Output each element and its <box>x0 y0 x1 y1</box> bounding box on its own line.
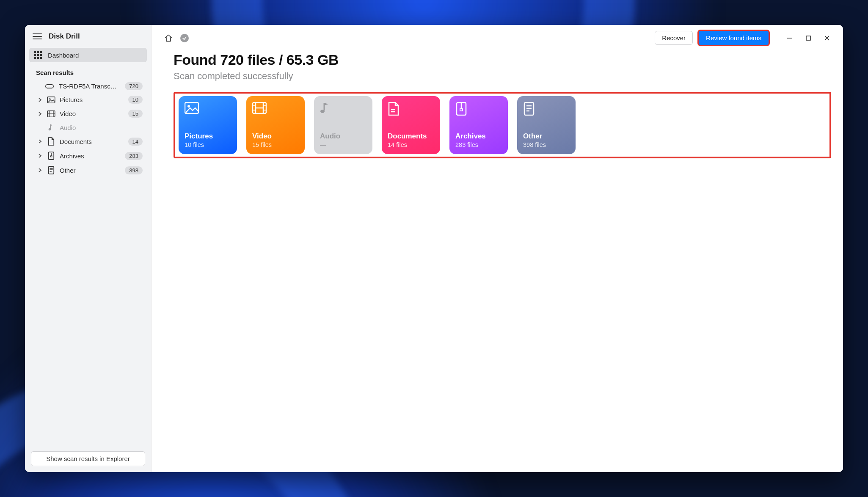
category-card-other[interactable]: Other 398 files <box>517 96 576 154</box>
svg-point-37 <box>320 110 325 113</box>
category-cards-group: Pictures 10 files Video 15 files <box>174 92 831 158</box>
music-note-icon <box>320 102 333 116</box>
category-card-video[interactable]: Video 15 files <box>246 96 305 154</box>
image-icon <box>47 97 55 103</box>
svg-rect-1 <box>37 51 39 53</box>
sidebar-item-documents[interactable]: Documents 14 <box>29 134 147 149</box>
window-minimize-button[interactable] <box>782 32 797 44</box>
card-title: Video <box>252 132 299 141</box>
category-card-audio: Audio — <box>314 96 372 154</box>
sidebar-item-archives[interactable]: Archives 283 <box>29 149 147 163</box>
sidebar-item-label: Video <box>60 110 124 117</box>
app-title: Disk Drill <box>49 32 80 41</box>
card-subtitle: 10 files <box>185 141 231 148</box>
film-icon <box>47 110 55 117</box>
count-badge: 283 <box>125 152 143 160</box>
svg-rect-9 <box>46 84 53 88</box>
chevron-right-icon <box>38 153 43 158</box>
chevron-right-icon <box>38 111 43 116</box>
file-icon <box>523 102 537 116</box>
sidebar-item-pictures[interactable]: Pictures 10 <box>29 93 147 107</box>
sidebar: Disk Drill Dashboard Scan results TS-RDF… <box>25 25 152 472</box>
svg-rect-42 <box>460 109 463 111</box>
review-found-items-button[interactable]: Review found items <box>699 31 769 45</box>
usb-drive-icon <box>45 83 54 89</box>
film-icon <box>252 102 266 116</box>
sidebar-item-label: Other <box>60 167 121 174</box>
archive-icon <box>455 102 469 116</box>
svg-point-28 <box>187 105 190 108</box>
sidebar-item-dashboard[interactable]: Dashboard <box>29 48 147 62</box>
svg-rect-26 <box>806 36 810 40</box>
card-title: Pictures <box>185 132 231 141</box>
home-button[interactable] <box>163 33 174 43</box>
show-in-explorer-button[interactable]: Show scan results in Explorer <box>31 451 145 466</box>
count-badge: 10 <box>128 96 143 104</box>
card-title: Other <box>523 132 570 141</box>
svg-rect-20 <box>50 156 52 157</box>
sidebar-item-other[interactable]: Other 398 <box>29 163 147 177</box>
window-close-button[interactable] <box>819 32 835 44</box>
sidebar-item-label: Documents <box>60 138 124 145</box>
document-icon <box>388 102 401 116</box>
card-subtitle: 283 files <box>455 141 502 148</box>
svg-rect-2 <box>40 51 42 53</box>
device-count-badge: 720 <box>125 82 143 90</box>
category-card-archives[interactable]: Archives 283 files <box>449 96 508 154</box>
device-name: TS-RDF5A Transcend US… <box>59 83 120 90</box>
card-subtitle: — <box>320 141 366 148</box>
grid-icon <box>34 51 42 59</box>
image-icon <box>185 102 198 116</box>
card-subtitle: 15 files <box>252 141 299 148</box>
sidebar-device-row[interactable]: TS-RDF5A Transcend US… 720 <box>29 80 147 93</box>
chevron-right-icon <box>38 168 43 173</box>
scan-status-indicator <box>179 33 190 43</box>
svg-rect-6 <box>34 57 36 59</box>
results-headline: Found 720 files / 65.3 GB <box>174 52 831 68</box>
card-title: Audio <box>320 132 366 141</box>
main-pane: Recover Review found items Found 720 fil… <box>152 25 843 472</box>
window-maximize-button[interactable] <box>801 32 816 44</box>
sidebar-item-video[interactable]: Video 15 <box>29 107 147 121</box>
card-subtitle: 14 files <box>388 141 434 148</box>
svg-rect-4 <box>37 54 39 56</box>
sidebar-section-scan-results: Scan results <box>29 62 147 80</box>
document-icon <box>47 137 55 146</box>
card-title: Archives <box>455 132 502 141</box>
category-card-pictures[interactable]: Pictures 10 files <box>179 96 237 154</box>
svg-rect-8 <box>40 57 42 59</box>
results-subline: Scan completed successfully <box>174 71 831 82</box>
card-title: Documents <box>388 132 434 141</box>
svg-rect-3 <box>34 54 36 56</box>
card-subtitle: 398 files <box>523 141 570 148</box>
file-icon <box>47 166 55 174</box>
svg-rect-0 <box>34 51 36 53</box>
svg-point-12 <box>49 98 50 99</box>
recover-button[interactable]: Recover <box>655 31 693 45</box>
count-badge: 14 <box>128 138 143 146</box>
sidebar-item-label: Dashboard <box>48 52 79 59</box>
chevron-right-icon <box>38 139 43 144</box>
sidebar-item-audio: Audio <box>29 121 147 134</box>
chevron-right-icon <box>38 97 43 102</box>
app-window: Disk Drill Dashboard Scan results TS-RDF… <box>25 25 843 472</box>
archive-icon <box>47 152 55 160</box>
count-badge: 398 <box>125 166 143 174</box>
check-circle-icon <box>180 34 189 42</box>
music-note-icon <box>47 124 55 131</box>
toolbar: Recover Review found items <box>152 25 843 47</box>
svg-rect-7 <box>37 57 39 59</box>
svg-rect-5 <box>40 54 42 56</box>
sidebar-item-label: Pictures <box>60 96 124 103</box>
category-card-documents[interactable]: Documents 14 files <box>382 96 440 154</box>
svg-point-17 <box>49 128 51 130</box>
sidebar-item-label: Archives <box>60 152 121 160</box>
sidebar-item-label: Audio <box>60 124 143 131</box>
count-badge: 15 <box>128 110 143 118</box>
hamburger-menu-button[interactable] <box>33 32 42 41</box>
